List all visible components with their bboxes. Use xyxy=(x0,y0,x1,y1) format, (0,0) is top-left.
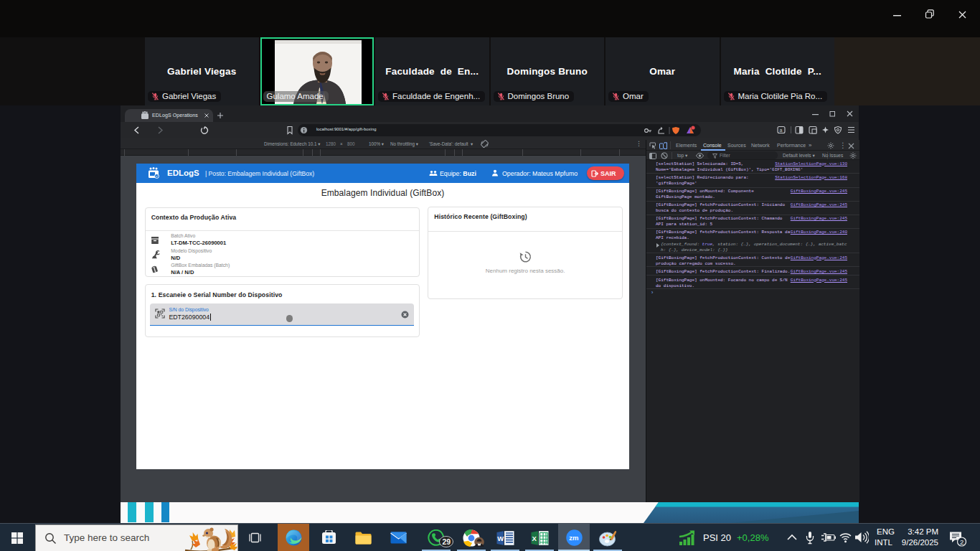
svg-text:zm: zm xyxy=(569,534,578,542)
svg-text:W: W xyxy=(497,534,504,542)
svg-text:a: a xyxy=(779,128,782,133)
svg-text:2: 2 xyxy=(960,538,963,546)
svg-text:X: X xyxy=(532,534,537,542)
svg-text:29: 29 xyxy=(443,537,451,546)
